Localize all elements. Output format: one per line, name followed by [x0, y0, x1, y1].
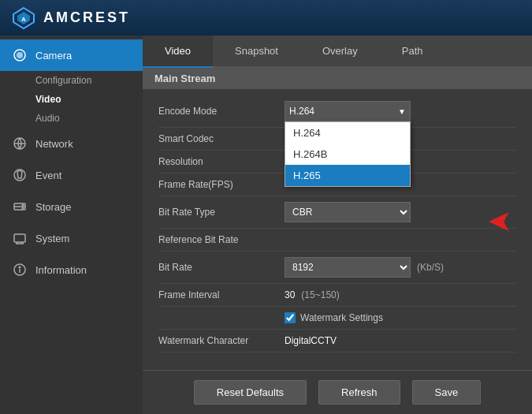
red-arrow-icon: ➤ — [487, 206, 512, 236]
sidebar: Camera Configuration Video Audio Network — [0, 35, 143, 414]
frame-interval-value: 30 — [285, 289, 295, 300]
dropdown-arrow-icon: ▼ — [398, 107, 406, 116]
frame-interval-hint: (15~150) — [301, 289, 339, 300]
watermark-checkbox-label[interactable]: Watermark Settings — [285, 312, 383, 323]
camera-icon — [12, 47, 28, 63]
frame-interval-control: 30 (15~150) — [285, 289, 340, 300]
reset-defaults-button[interactable]: Reset Defaults — [194, 380, 307, 405]
dropdown-option-h264[interactable]: H.264 — [285, 122, 410, 144]
watermark-char-row: Watermark Character DigitalCCTV — [158, 330, 516, 352]
bit-rate-type-label: Bit Rate Type — [158, 207, 285, 218]
bit-rate-type-row: Bit Rate Type CBR VBR — [158, 196, 516, 229]
watermark-char-value: DigitalCCTV — [285, 335, 337, 346]
refresh-button[interactable]: Refresh — [318, 380, 400, 405]
sidebar-item-camera[interactable]: Camera — [0, 39, 143, 71]
encode-mode-dropdown[interactable]: H.264 ▼ H.264 H.264B H.265 — [285, 101, 411, 121]
watermark-checkbox[interactable] — [285, 312, 296, 323]
sidebar-sub-audio[interactable]: Audio — [0, 109, 143, 128]
bit-rate-select[interactable]: 8192 — [285, 257, 411, 278]
frame-interval-label: Frame Interval — [158, 289, 285, 300]
tab-overlay[interactable]: Overlay — [300, 35, 380, 66]
frame-interval-row: Frame Interval 30 (15~150) — [158, 284, 516, 307]
system-icon — [12, 230, 28, 246]
network-label: Network — [35, 138, 73, 150]
reference-bit-rate-label: Reference Bit Rate — [158, 234, 285, 245]
network-icon — [12, 136, 28, 151]
smart-codec-label: Smart Codec — [158, 133, 285, 144]
tab-path[interactable]: Path — [380, 35, 445, 66]
sidebar-sub-configuration[interactable]: Configuration — [0, 71, 143, 90]
storage-icon — [12, 199, 28, 214]
amcrest-logo-icon: A — [12, 6, 35, 30]
main-content: Video Snapshot Overlay Path Main Stream … — [143, 35, 532, 414]
section-header: Main Stream — [143, 68, 532, 89]
bit-rate-label: Bit Rate — [158, 262, 285, 273]
save-button[interactable]: Save — [412, 380, 482, 405]
svg-point-11 — [22, 207, 24, 209]
dropdown-option-h265[interactable]: H.265 — [285, 165, 410, 186]
bit-rate-type-control: CBR VBR — [285, 202, 411, 222]
bit-rate-hint: (Kb/S) — [417, 262, 444, 273]
tab-snapshot[interactable]: Snapshot — [213, 35, 300, 66]
watermark-settings-row: Watermark Settings — [158, 307, 516, 330]
encode-mode-row: Encode Mode H.264 ▼ H.264 H.264B H.265 — [158, 95, 516, 128]
bit-rate-type-select[interactable]: CBR VBR — [285, 202, 411, 222]
watermark-char-label: Watermark Character — [158, 335, 285, 346]
bit-rate-control: 8192 (Kb/S) — [285, 257, 444, 278]
frame-rate-label: Frame Rate(FPS) — [158, 179, 285, 190]
reference-bit-rate-row: Reference Bit Rate — [158, 229, 516, 252]
event-icon — [12, 167, 28, 183]
sidebar-sub-video[interactable]: Video — [0, 90, 143, 109]
svg-text:A: A — [21, 16, 26, 23]
sidebar-item-system[interactable]: System — [0, 222, 143, 254]
dropdown-option-h264b[interactable]: H.264B — [285, 144, 410, 165]
camera-label: Camera — [35, 50, 72, 62]
sidebar-item-storage[interactable]: Storage — [0, 191, 143, 222]
information-label: Information — [35, 264, 87, 276]
header: A AMCREST — [0, 0, 532, 35]
storage-label: Storage — [35, 201, 72, 213]
tab-bar: Video Snapshot Overlay Path — [143, 35, 532, 68]
watermark-settings-text: Watermark Settings — [300, 312, 383, 323]
resolution-label: Resolution — [158, 156, 285, 167]
event-label: Event — [35, 170, 61, 181]
form-area: Encode Mode H.264 ▼ H.264 H.264B H.265 — [143, 89, 532, 370]
encode-mode-label: Encode Mode — [158, 106, 285, 117]
sidebar-item-network[interactable]: Network — [0, 128, 143, 159]
svg-point-18 — [19, 267, 20, 268]
encode-mode-menu: H.264 H.264B H.265 — [285, 121, 411, 187]
brand-name: AMCREST — [43, 9, 130, 26]
svg-point-4 — [17, 52, 23, 58]
sidebar-item-information[interactable]: Information — [0, 254, 143, 285]
sidebar-item-event[interactable]: Event — [0, 159, 143, 191]
information-icon — [12, 262, 28, 278]
svg-point-10 — [22, 204, 24, 206]
svg-rect-12 — [14, 234, 25, 242]
tab-video[interactable]: Video — [143, 35, 213, 66]
bottom-bar: Reset Defaults Refresh Save — [143, 370, 532, 414]
encode-mode-control: H.264 ▼ H.264 H.264B H.265 — [285, 101, 411, 121]
system-label: System — [35, 233, 69, 244]
watermark-char-control: DigitalCCTV — [285, 335, 337, 346]
encode-mode-trigger[interactable]: H.264 ▼ — [285, 101, 411, 121]
bit-rate-row: Bit Rate 8192 (Kb/S) — [158, 252, 516, 284]
watermark-settings-control: Watermark Settings — [285, 312, 383, 323]
